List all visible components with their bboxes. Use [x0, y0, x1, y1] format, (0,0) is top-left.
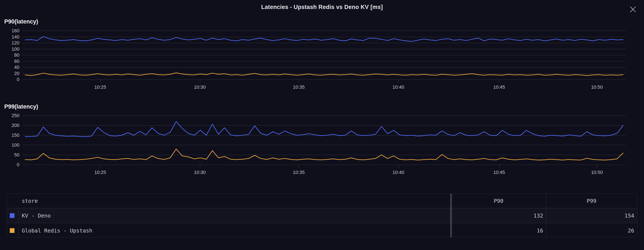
y-axis-label: 250: [4, 113, 20, 118]
page-title: Latencies - Upstash Redis vs Deno KV [ms…: [0, 4, 644, 11]
x-axis-label: 10:40: [386, 170, 411, 175]
column-header-store: store: [22, 198, 38, 204]
store-cell: KV - Deno: [22, 213, 50, 219]
x-axis-label: 10:50: [584, 170, 610, 175]
chart-p90-plot[interactable]: 16014012010080604020010:2510:3010:3510:4…: [22, 31, 626, 80]
x-axis-label: 10:25: [88, 84, 113, 90]
latency-table: store P90 P99 KV - Deno132154Global Redi…: [6, 193, 638, 237]
column-header-p99: P99: [587, 198, 596, 204]
y-axis-label: 20: [4, 71, 20, 76]
x-axis-tick: [499, 165, 500, 168]
chart-p90-title: P90(latency): [4, 18, 38, 25]
table-row[interactable]: KV - Deno132154: [7, 208, 637, 223]
y-axis-label: 120: [4, 40, 20, 46]
table-row[interactable]: Global Redis - Upstash1626: [7, 223, 637, 238]
y-axis-label: 50: [4, 152, 20, 158]
close-button[interactable]: [626, 3, 639, 16]
p99-value-cell: 26: [548, 227, 634, 234]
x-axis-label: 10:45: [486, 84, 512, 90]
y-axis-label: 80: [4, 52, 20, 58]
x-axis-tick: [299, 165, 299, 168]
x-axis-tick: [100, 165, 101, 168]
close-icon: [630, 6, 636, 13]
x-axis-label: 10:35: [286, 84, 312, 90]
x-axis-tick: [100, 80, 101, 82]
x-axis-label: 10:30: [187, 84, 212, 90]
x-axis-tick: [200, 80, 200, 82]
x-axis-label: 10:45: [486, 170, 512, 175]
x-axis-tick: [200, 165, 200, 168]
p99-value-cell: 154: [548, 213, 634, 219]
chart-p99-title: P99(latency): [4, 103, 38, 110]
x-axis-tick: [398, 165, 399, 168]
y-axis-label: 160: [4, 28, 20, 34]
x-axis-label: 10:40: [386, 84, 411, 90]
x-axis-tick: [597, 80, 597, 82]
y-axis-label: 0: [4, 162, 20, 168]
table-header-row: store P90 P99: [7, 194, 637, 208]
x-axis-label: 10:35: [286, 170, 312, 175]
x-axis-tick: [398, 80, 399, 82]
panel-edge: [642, 3, 642, 250]
x-axis-tick: [299, 80, 299, 82]
p90-value-cell: 16: [454, 227, 543, 234]
series-swatch-icon[interactable]: [10, 228, 14, 233]
x-axis-tick: [597, 165, 597, 168]
p90-value-cell: 132: [454, 213, 543, 219]
y-axis-label: 150: [4, 133, 20, 138]
y-axis-label: 200: [4, 123, 20, 128]
y-axis-label: 0: [4, 77, 20, 82]
y-axis-label: 60: [4, 59, 20, 64]
y-axis-label: 40: [4, 65, 20, 70]
column-header-p90: P90: [494, 198, 503, 204]
chart-canvas: [22, 115, 626, 165]
y-axis-label: 140: [4, 34, 20, 40]
y-axis-label: 100: [4, 142, 20, 148]
x-axis-label: 10:25: [88, 170, 113, 175]
series-line-global-redis-upstash: [25, 149, 623, 160]
y-axis-label: 100: [4, 46, 20, 52]
series-line-kv-deno: [25, 121, 623, 137]
x-axis-tick: [499, 80, 500, 82]
chart-canvas: [22, 31, 626, 80]
x-axis-label: 10:30: [187, 170, 212, 175]
store-cell: Global Redis - Upstash: [22, 227, 92, 234]
x-axis-label: 10:50: [584, 84, 610, 90]
series-swatch-icon[interactable]: [10, 213, 14, 218]
chart-p99-plot[interactable]: 25020015010050010:2510:3010:3510:4010:45…: [22, 115, 626, 165]
series-line-kv-deno: [25, 37, 623, 41]
